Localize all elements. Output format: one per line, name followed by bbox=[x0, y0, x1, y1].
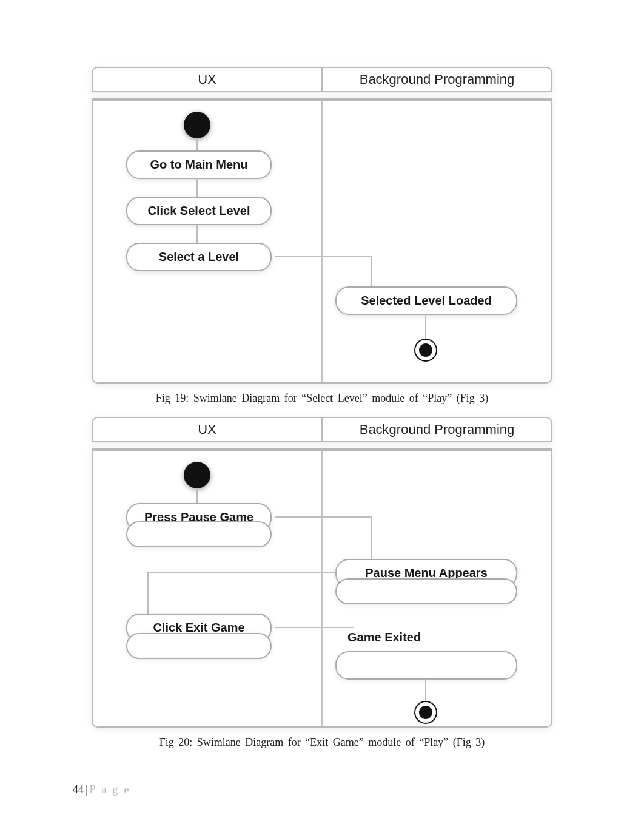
lane-body: Press Pause Game x Pause Menu Appears x … bbox=[92, 448, 552, 728]
start-node-icon bbox=[184, 112, 210, 138]
lane-divider bbox=[321, 101, 323, 382]
swimlane-diagram-1: UX Background Programming Go to Main Men… bbox=[92, 67, 552, 384]
activity-selected-level-loaded: Selected Level Loaded bbox=[335, 286, 517, 315]
flow-connector bbox=[275, 516, 372, 518]
flow-connector bbox=[196, 178, 198, 197]
flow-connector bbox=[425, 314, 426, 339]
page-label: Page bbox=[90, 783, 135, 796]
lane-divider bbox=[321, 451, 323, 726]
start-node-icon bbox=[184, 462, 210, 488]
lane-header-row: UX Background Programming bbox=[92, 417, 552, 442]
lane-header-left: UX bbox=[93, 418, 323, 441]
activity-click-select-level: Click Select Level bbox=[126, 197, 272, 225]
lane-header-right: Background Programming bbox=[323, 418, 551, 441]
page-footer: 44|Page bbox=[73, 783, 135, 796]
activity-shadow: x bbox=[335, 578, 517, 604]
lane-header-right: Background Programming bbox=[323, 68, 551, 91]
end-node-icon bbox=[419, 706, 432, 719]
page-number-separator: | bbox=[84, 783, 90, 796]
activity-shadow: x bbox=[335, 651, 517, 680]
flow-connector bbox=[371, 256, 372, 286]
flow-connector bbox=[371, 516, 372, 559]
page-number: 44 bbox=[73, 783, 84, 796]
lane-header-row: UX Background Programming bbox=[92, 67, 552, 92]
lane-body: Go to Main Menu Click Select Level Selec… bbox=[92, 98, 552, 384]
activity-go-to-main-menu: Go to Main Menu bbox=[126, 150, 272, 179]
activity-shadow: x bbox=[126, 633, 272, 659]
flow-connector bbox=[275, 256, 372, 257]
flow-connector bbox=[425, 679, 426, 703]
end-node-icon bbox=[419, 343, 432, 357]
figure-caption: Fig 20: Swimlane Diagram for “Exit Game”… bbox=[73, 736, 571, 749]
flow-connector bbox=[196, 138, 198, 150]
flow-connector bbox=[196, 488, 198, 503]
figure-caption: Fig 19: Swimlane Diagram for “Select Lev… bbox=[73, 392, 571, 405]
activity-select-a-level: Select a Level bbox=[126, 243, 272, 271]
activity-game-exited: Game Exited bbox=[347, 630, 421, 644]
flow-connector bbox=[275, 627, 354, 628]
flow-connector bbox=[147, 572, 335, 573]
flow-connector bbox=[196, 225, 198, 243]
activity-shadow: x bbox=[126, 521, 272, 547]
flow-connector bbox=[147, 572, 149, 614]
lane-header-left: UX bbox=[93, 68, 323, 91]
swimlane-diagram-2: UX Background Programming Press Pause Ga… bbox=[92, 417, 552, 728]
